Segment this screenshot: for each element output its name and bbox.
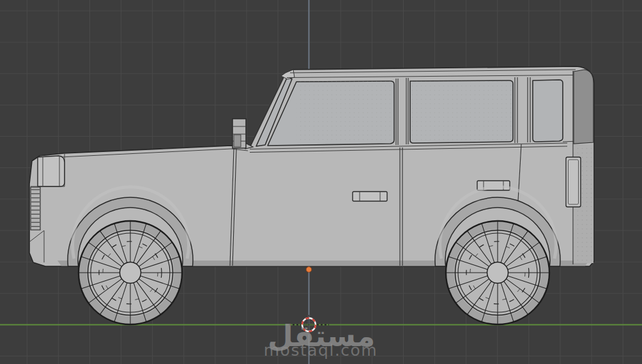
front-grille [31, 187, 40, 230]
rear-window-panel [574, 70, 593, 144]
watermark: مستقل mostaql.com [264, 319, 378, 360]
front-door-handle [353, 192, 387, 201]
tail-light [566, 157, 581, 207]
front-window-stipple [296, 81, 394, 144]
blender-viewport[interactable]: مستقل mostaql.com [0, 0, 642, 364]
watermark-domain: mostaql.com [264, 341, 378, 360]
rear-window-stipple [410, 80, 513, 142]
rear-wheel[interactable] [446, 221, 549, 324]
wheel-hub [487, 262, 508, 284]
wheel-hub [120, 262, 141, 284]
object-origin-point[interactable] [306, 267, 312, 273]
headlight [38, 156, 65, 186]
viewport-canvas[interactable]: مستقل mostaql.com [0, 0, 642, 364]
rear-quarter-window [533, 80, 563, 142]
front-wheel[interactable] [79, 221, 182, 324]
